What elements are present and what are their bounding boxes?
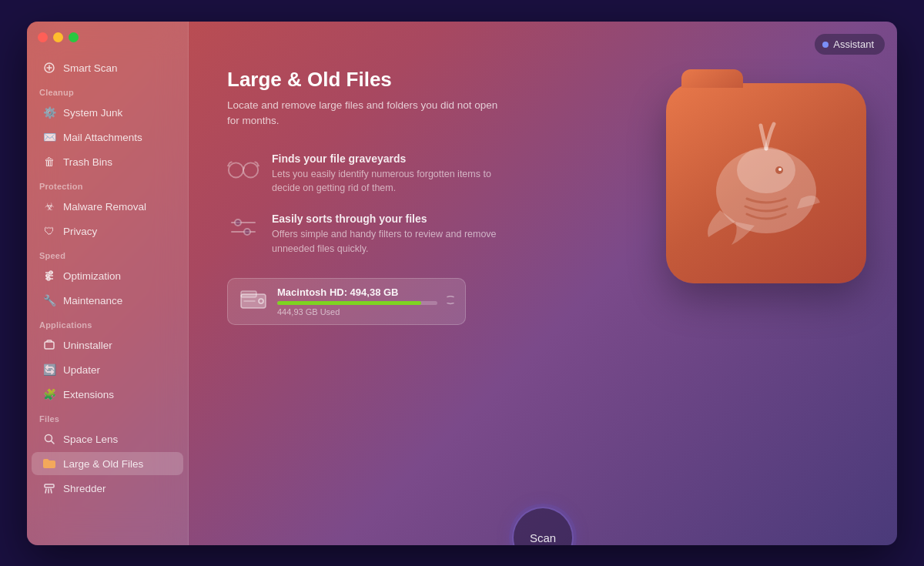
- optimization-icon: [42, 269, 56, 283]
- drive-icon: [239, 286, 268, 316]
- feature-text-sort: Easily sorts through your files Offers s…: [272, 213, 503, 256]
- sidebar-item-label: Privacy: [63, 226, 97, 237]
- sidebar-item-label: Uninstaller: [63, 340, 112, 351]
- content-text: Large & Old Files Locate and remove larg…: [189, 22, 527, 325]
- close-button[interactable]: [38, 32, 48, 42]
- biohazard-icon: ☣: [42, 199, 56, 213]
- whale-folder-illustration: [666, 83, 866, 283]
- sidebar-item-label: Space Lens: [63, 434, 118, 445]
- traffic-lights: [38, 32, 79, 42]
- sidebar-item-uninstaller[interactable]: Uninstaller: [32, 333, 183, 357]
- feature-title: Easily sorts through your files: [272, 213, 503, 225]
- sidebar-item-label: Updater: [63, 364, 100, 376]
- sidebar-item-label: Smart Scan: [63, 62, 118, 74]
- sidebar-item-space-lens[interactable]: Space Lens: [32, 427, 183, 450]
- sliders-icon: [227, 213, 259, 245]
- sidebar-item-label: Mail Attachments: [63, 132, 142, 143]
- trash-icon: 🗑: [42, 155, 56, 169]
- sidebar-item-label: Maintenance: [63, 295, 122, 306]
- page-title: Large & Old Files: [227, 68, 527, 92]
- drive-selector[interactable]: Macintosh HD: 494,38 GB 444,93 GB Used: [227, 278, 466, 325]
- glasses-icon: [227, 152, 259, 185]
- sidebar-item-smart-scan[interactable]: Smart Scan: [32, 56, 183, 79]
- mail-icon: ✉️: [42, 130, 56, 144]
- uninstaller-icon: [42, 338, 56, 352]
- svg-point-17: [778, 168, 782, 171]
- fullscreen-button[interactable]: [69, 32, 79, 42]
- shredder-icon: [42, 481, 56, 495]
- feature-text-graveyards: Finds your file graveyards Lets you easi…: [272, 152, 503, 196]
- assistant-status-dot: [822, 42, 829, 48]
- scan-button-wrap: Scan: [189, 484, 897, 545]
- sidebar-item-label: Large & Old Files: [63, 458, 143, 470]
- sidebar-item-label: System Junk: [63, 107, 122, 119]
- feature-title: Finds your file graveyards: [272, 152, 503, 165]
- scan-button[interactable]: Scan: [512, 507, 574, 545]
- sidebar-item-label: Trash Bins: [63, 156, 112, 168]
- sidebar-item-updater[interactable]: 🔄 Updater: [32, 358, 183, 381]
- sidebar-item-privacy[interactable]: 🛡 Privacy: [32, 219, 183, 243]
- feature-sort-files: Easily sorts through your files Offers s…: [227, 213, 527, 256]
- feature-description: Offers simple and handy filters to revie…: [272, 227, 503, 256]
- space-lens-icon: [42, 432, 56, 446]
- extensions-icon: 🧩: [42, 387, 56, 401]
- sidebar-item-mail-attachments[interactable]: ✉️ Mail Attachments: [32, 126, 183, 149]
- drive-used-label: 444,93 GB Used: [277, 307, 437, 316]
- sidebar-item-label: Shredder: [63, 483, 106, 494]
- sidebar-item-maintenance[interactable]: 🔧 Maintenance: [32, 289, 183, 312]
- drive-chevron-icon: [447, 296, 454, 307]
- sidebar-item-shredder[interactable]: Shredder: [32, 477, 183, 500]
- privacy-icon: 🛡: [42, 224, 56, 238]
- sidebar-section-files: Files: [27, 407, 188, 427]
- svg-point-24: [244, 229, 250, 235]
- sidebar-item-system-junk[interactable]: ⚙️ System Junk: [32, 101, 183, 124]
- svg-rect-7: [45, 342, 54, 349]
- svg-point-22: [235, 219, 241, 226]
- sidebar-item-extensions[interactable]: 🧩 Extensions: [32, 383, 183, 406]
- svg-line-13: [51, 489, 52, 493]
- features-list: Finds your file graveyards Lets you easi…: [227, 152, 527, 256]
- sidebar: Smart Scan Cleanup ⚙️ System Junk ✉️ Mai…: [27, 22, 189, 545]
- sidebar-section-speed: Speed: [27, 243, 188, 263]
- svg-rect-26: [241, 291, 256, 297]
- svg-point-15: [737, 147, 795, 193]
- folder-icon: [42, 457, 56, 471]
- drive-progress-fill: [277, 301, 421, 305]
- feature-file-graveyards: Finds your file graveyards Lets you easi…: [227, 152, 527, 196]
- wrench-icon: 🔧: [42, 293, 56, 307]
- sidebar-item-large-old-files[interactable]: Large & Old Files: [32, 452, 183, 475]
- sidebar-section-applications: Applications: [27, 313, 188, 333]
- sidebar-section-protection: Protection: [27, 174, 188, 194]
- svg-line-9: [52, 441, 55, 444]
- sidebar-item-label: Malware Removal: [63, 201, 146, 213]
- sidebar-item-label: Optimization: [63, 270, 121, 282]
- sidebar-item-trash-bins[interactable]: 🗑 Trash Bins: [32, 150, 183, 173]
- sidebar-item-optimization[interactable]: Optimization: [32, 264, 183, 287]
- system-junk-icon: ⚙️: [42, 105, 56, 119]
- svg-point-18: [229, 162, 243, 177]
- assistant-button[interactable]: Assistant: [815, 34, 885, 55]
- drive-name: Macintosh HD: 494,38 GB: [277, 286, 437, 298]
- svg-rect-10: [45, 484, 54, 487]
- main-content: Assistant: [189, 22, 897, 545]
- svg-line-11: [45, 489, 46, 493]
- drive-info: Macintosh HD: 494,38 GB 444,93 GB Used: [277, 286, 437, 316]
- minimize-button[interactable]: [53, 32, 63, 42]
- assistant-label: Assistant: [833, 39, 874, 50]
- feature-description: Lets you easily identify numerous forgot…: [272, 167, 503, 196]
- updater-icon: 🔄: [42, 363, 56, 377]
- page-subtitle: Locate and remove large files and folder…: [227, 98, 504, 129]
- sidebar-item-malware-removal[interactable]: ☣ Malware Removal: [32, 195, 183, 218]
- sidebar-item-label: Extensions: [63, 389, 114, 400]
- svg-point-19: [243, 162, 258, 177]
- drive-progress-bar: [277, 301, 437, 305]
- sidebar-section-cleanup: Cleanup: [27, 80, 188, 100]
- smart-scan-icon: [42, 61, 56, 75]
